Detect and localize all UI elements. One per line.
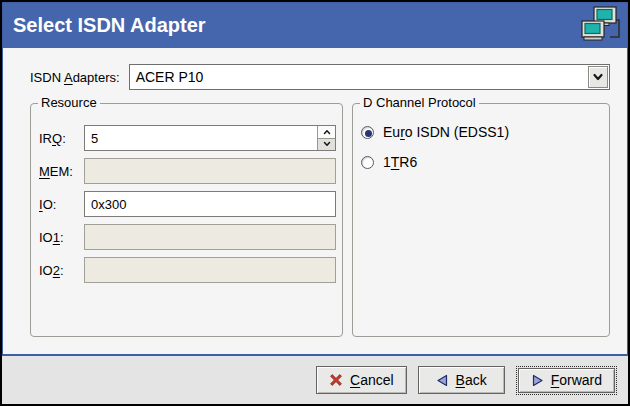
- dialog-window: Select ISDN Adapter ISDN Adapters:: [0, 0, 630, 406]
- back-button[interactable]: Back: [418, 366, 505, 394]
- radio-label-1tr6: 1TR6: [383, 154, 417, 170]
- mem-row: MEM:: [39, 158, 336, 184]
- radio-option-1tr6[interactable]: 1TR6: [361, 154, 599, 170]
- isdn-adapter-combobox[interactable]: ACER P10: [129, 64, 610, 90]
- dialog-header: Select ISDN Adapter: [3, 3, 627, 48]
- cancel-button[interactable]: Cancel: [316, 366, 407, 394]
- radio-button-icon[interactable]: [361, 126, 374, 139]
- combobox-dropdown-button[interactable]: [588, 66, 608, 88]
- groups-container: Resource IRQ:: [30, 103, 610, 337]
- io-input[interactable]: [84, 191, 336, 217]
- io-row: IO:: [39, 191, 336, 217]
- spin-down-button[interactable]: [317, 139, 335, 151]
- irq-input[interactable]: [84, 125, 336, 151]
- radio-option-euro-isdn[interactable]: Euro ISDN (EDSS1): [361, 124, 599, 140]
- io-label: IO:: [39, 197, 84, 212]
- protocol-group-title: D Channel Protocol: [360, 95, 479, 110]
- red-x-icon: [329, 373, 343, 387]
- combobox-value: ACER P10: [130, 69, 204, 85]
- dialog-content: ISDN Adapters: ACER P10 Resource IRQ:: [3, 48, 627, 354]
- dialog-button-strip: Cancel Back Forward: [2, 356, 628, 404]
- spin-up-button[interactable]: [317, 126, 335, 139]
- arrow-right-icon: [531, 374, 544, 387]
- resource-group-title: Resource: [38, 95, 100, 110]
- chevron-down-icon: [323, 141, 331, 147]
- irq-row: IRQ:: [39, 125, 336, 151]
- io1-input: [84, 224, 336, 250]
- mem-label: MEM:: [39, 164, 84, 179]
- io2-input: [84, 257, 336, 283]
- irq-spinbutton: [84, 125, 336, 151]
- io2-row: IO2:: [39, 257, 336, 283]
- radio-button-icon[interactable]: [361, 156, 374, 169]
- resource-group: Resource IRQ:: [30, 103, 343, 337]
- mem-input: [84, 158, 336, 184]
- chevron-up-icon: [323, 129, 331, 135]
- forward-button-label: Forward: [551, 372, 602, 388]
- cancel-button-label: Cancel: [350, 372, 394, 388]
- forward-button[interactable]: Forward: [518, 368, 615, 393]
- isdn-adapters-label: ISDN Adapters:: [30, 70, 120, 85]
- chevron-down-icon: [592, 72, 604, 82]
- io1-row: IO1:: [39, 224, 336, 250]
- d-channel-protocol-group: D Channel Protocol Euro ISDN (EDSS1) 1TR…: [352, 103, 610, 337]
- back-button-label: Back: [456, 372, 487, 388]
- wizard-frame: Select ISDN Adapter ISDN Adapters:: [2, 2, 628, 356]
- network-computers-icon: [580, 5, 622, 47]
- io1-label: IO1:: [39, 230, 84, 245]
- irq-spin-buttons: [317, 126, 335, 150]
- adapter-row: ISDN Adapters: ACER P10: [30, 64, 610, 90]
- radio-label-euro-isdn: Euro ISDN (EDSS1): [383, 124, 509, 140]
- forward-button-focus-ring: Forward: [516, 366, 617, 395]
- io2-label: IO2:: [39, 263, 84, 278]
- arrow-left-icon: [436, 374, 449, 387]
- irq-label: IRQ:: [39, 131, 84, 146]
- dialog-title: Select ISDN Adapter: [13, 14, 206, 37]
